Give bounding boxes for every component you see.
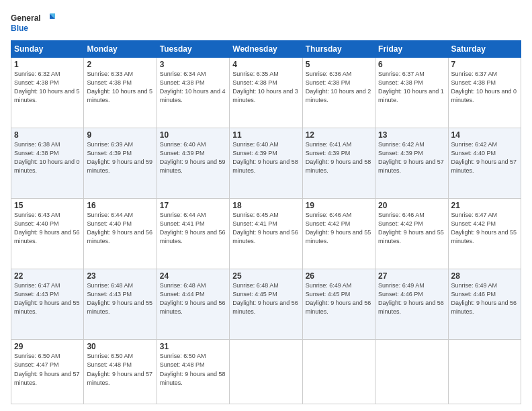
- day-header-saturday: Saturday: [448, 41, 521, 58]
- calendar-header-row: SundayMondayTuesdayWednesdayThursdayFrid…: [11, 41, 521, 58]
- calendar-cell: 11Sunrise: 6:40 AMSunset: 4:39 PMDayligh…: [230, 128, 302, 199]
- day-number: 24: [160, 271, 226, 281]
- day-info: Sunrise: 6:32 AMSunset: 4:38 PMDaylight:…: [14, 70, 81, 105]
- day-info: Sunrise: 6:49 AMSunset: 4:46 PMDaylight:…: [378, 281, 445, 316]
- day-info: Sunrise: 6:44 AMSunset: 4:41 PMDaylight:…: [160, 211, 226, 246]
- logo: General Blue: [11, 11, 58, 35]
- svg-text:Blue: Blue: [11, 24, 28, 33]
- day-info: Sunrise: 6:49 AMSunset: 4:45 PMDaylight:…: [306, 281, 372, 316]
- calendar-week-row: 8Sunrise: 6:38 AMSunset: 4:38 PMDaylight…: [11, 128, 521, 199]
- calendar-cell: 18Sunrise: 6:45 AMSunset: 4:41 PMDayligh…: [230, 199, 302, 269]
- calendar-week-row: 29Sunrise: 6:50 AMSunset: 4:47 PMDayligh…: [11, 340, 521, 404]
- day-info: Sunrise: 6:50 AMSunset: 4:48 PMDaylight:…: [87, 352, 153, 387]
- day-number: 19: [306, 201, 372, 210]
- calendar-cell: 26Sunrise: 6:49 AMSunset: 4:45 PMDayligh…: [302, 269, 375, 340]
- header: General Blue: [11, 11, 521, 35]
- day-info: Sunrise: 6:42 AMSunset: 4:40 PMDaylight:…: [451, 140, 518, 175]
- calendar-cell: [230, 340, 302, 404]
- day-header-friday: Friday: [375, 41, 448, 58]
- day-info: Sunrise: 6:46 AMSunset: 4:42 PMDaylight:…: [378, 211, 445, 246]
- day-number: 23: [87, 271, 153, 281]
- calendar-cell: 25Sunrise: 6:48 AMSunset: 4:45 PMDayligh…: [230, 269, 302, 340]
- calendar-cell: 31Sunrise: 6:50 AMSunset: 4:48 PMDayligh…: [157, 340, 229, 404]
- day-info: Sunrise: 6:36 AMSunset: 4:38 PMDaylight:…: [306, 70, 372, 105]
- calendar-cell: [375, 340, 448, 404]
- day-header-monday: Monday: [84, 41, 157, 58]
- calendar-cell: 28Sunrise: 6:49 AMSunset: 4:46 PMDayligh…: [448, 269, 521, 340]
- day-info: Sunrise: 6:48 AMSunset: 4:44 PMDaylight:…: [160, 281, 226, 316]
- day-number: 30: [87, 342, 153, 351]
- calendar-cell: [448, 340, 521, 404]
- day-info: Sunrise: 6:48 AMSunset: 4:43 PMDaylight:…: [87, 281, 153, 316]
- calendar-cell: 29Sunrise: 6:50 AMSunset: 4:47 PMDayligh…: [11, 340, 84, 404]
- day-header-wednesday: Wednesday: [230, 41, 302, 58]
- calendar-cell: 27Sunrise: 6:49 AMSunset: 4:46 PMDayligh…: [375, 269, 448, 340]
- calendar-cell: 24Sunrise: 6:48 AMSunset: 4:44 PMDayligh…: [157, 269, 229, 340]
- day-info: Sunrise: 6:49 AMSunset: 4:46 PMDaylight:…: [451, 281, 518, 316]
- day-number: 15: [14, 201, 81, 210]
- day-info: Sunrise: 6:40 AMSunset: 4:39 PMDaylight:…: [160, 140, 226, 175]
- day-number: 16: [87, 201, 153, 210]
- day-number: 13: [378, 130, 445, 140]
- calendar-week-row: 22Sunrise: 6:47 AMSunset: 4:43 PMDayligh…: [11, 269, 521, 340]
- page: General Blue SundayMondayTuesdayWednesda…: [0, 0, 532, 411]
- day-number: 3: [160, 60, 226, 69]
- calendar-cell: 22Sunrise: 6:47 AMSunset: 4:43 PMDayligh…: [11, 269, 84, 340]
- day-info: Sunrise: 6:47 AMSunset: 4:43 PMDaylight:…: [14, 281, 81, 316]
- calendar-cell: 12Sunrise: 6:41 AMSunset: 4:39 PMDayligh…: [302, 128, 375, 199]
- day-info: Sunrise: 6:44 AMSunset: 4:40 PMDaylight:…: [87, 211, 153, 246]
- day-info: Sunrise: 6:50 AMSunset: 4:48 PMDaylight:…: [160, 352, 226, 387]
- calendar-cell: 9Sunrise: 6:39 AMSunset: 4:39 PMDaylight…: [84, 128, 157, 199]
- day-info: Sunrise: 6:37 AMSunset: 4:38 PMDaylight:…: [378, 70, 445, 105]
- day-number: 21: [451, 201, 518, 210]
- calendar-cell: 30Sunrise: 6:50 AMSunset: 4:48 PMDayligh…: [84, 340, 157, 404]
- day-number: 20: [378, 201, 445, 210]
- day-number: 11: [232, 130, 299, 140]
- calendar-cell: 8Sunrise: 6:38 AMSunset: 4:38 PMDaylight…: [11, 128, 84, 199]
- calendar-cell: 1Sunrise: 6:32 AMSunset: 4:38 PMDaylight…: [11, 58, 84, 128]
- logo-svg: General Blue: [11, 11, 58, 35]
- day-number: 14: [451, 130, 518, 140]
- day-info: Sunrise: 6:40 AMSunset: 4:39 PMDaylight:…: [232, 140, 299, 175]
- day-info: Sunrise: 6:46 AMSunset: 4:42 PMDaylight:…: [306, 211, 372, 246]
- day-info: Sunrise: 6:41 AMSunset: 4:39 PMDaylight:…: [306, 140, 372, 175]
- day-number: 4: [232, 60, 299, 69]
- calendar-cell: 13Sunrise: 6:42 AMSunset: 4:39 PMDayligh…: [375, 128, 448, 199]
- day-number: 9: [87, 130, 153, 140]
- day-number: 1: [14, 60, 81, 69]
- day-number: 27: [378, 271, 445, 281]
- calendar-cell: 6Sunrise: 6:37 AMSunset: 4:38 PMDaylight…: [375, 58, 448, 128]
- day-number: 28: [451, 271, 518, 281]
- calendar-week-row: 1Sunrise: 6:32 AMSunset: 4:38 PMDaylight…: [11, 58, 521, 128]
- day-number: 18: [232, 201, 299, 210]
- calendar-week-row: 15Sunrise: 6:43 AMSunset: 4:40 PMDayligh…: [11, 199, 521, 269]
- day-number: 22: [14, 271, 81, 281]
- day-info: Sunrise: 6:48 AMSunset: 4:45 PMDaylight:…: [232, 281, 299, 316]
- day-number: 8: [14, 130, 81, 140]
- calendar-cell: 14Sunrise: 6:42 AMSunset: 4:40 PMDayligh…: [448, 128, 521, 199]
- calendar-cell: 17Sunrise: 6:44 AMSunset: 4:41 PMDayligh…: [157, 199, 229, 269]
- svg-text:General: General: [11, 13, 41, 23]
- calendar-table: SundayMondayTuesdayWednesdayThursdayFrid…: [11, 40, 521, 404]
- day-info: Sunrise: 6:37 AMSunset: 4:38 PMDaylight:…: [451, 70, 518, 105]
- day-number: 5: [306, 60, 372, 69]
- calendar-cell: 16Sunrise: 6:44 AMSunset: 4:40 PMDayligh…: [84, 199, 157, 269]
- calendar-cell: 19Sunrise: 6:46 AMSunset: 4:42 PMDayligh…: [302, 199, 375, 269]
- calendar-cell: 15Sunrise: 6:43 AMSunset: 4:40 PMDayligh…: [11, 199, 84, 269]
- day-info: Sunrise: 6:35 AMSunset: 4:38 PMDaylight:…: [232, 70, 299, 105]
- day-number: 29: [14, 342, 81, 351]
- calendar-cell: 21Sunrise: 6:47 AMSunset: 4:42 PMDayligh…: [448, 199, 521, 269]
- calendar-cell: 4Sunrise: 6:35 AMSunset: 4:38 PMDaylight…: [230, 58, 302, 128]
- day-number: 7: [451, 60, 518, 69]
- calendar-cell: 10Sunrise: 6:40 AMSunset: 4:39 PMDayligh…: [157, 128, 229, 199]
- day-info: Sunrise: 6:39 AMSunset: 4:39 PMDaylight:…: [87, 140, 153, 175]
- day-number: 10: [160, 130, 226, 140]
- calendar-cell: 20Sunrise: 6:46 AMSunset: 4:42 PMDayligh…: [375, 199, 448, 269]
- day-info: Sunrise: 6:42 AMSunset: 4:39 PMDaylight:…: [378, 140, 445, 175]
- day-number: 6: [378, 60, 445, 69]
- calendar-cell: 7Sunrise: 6:37 AMSunset: 4:38 PMDaylight…: [448, 58, 521, 128]
- day-number: 12: [306, 130, 372, 140]
- day-info: Sunrise: 6:47 AMSunset: 4:42 PMDaylight:…: [451, 211, 518, 246]
- calendar-cell: 2Sunrise: 6:33 AMSunset: 4:38 PMDaylight…: [84, 58, 157, 128]
- calendar-cell: 23Sunrise: 6:48 AMSunset: 4:43 PMDayligh…: [84, 269, 157, 340]
